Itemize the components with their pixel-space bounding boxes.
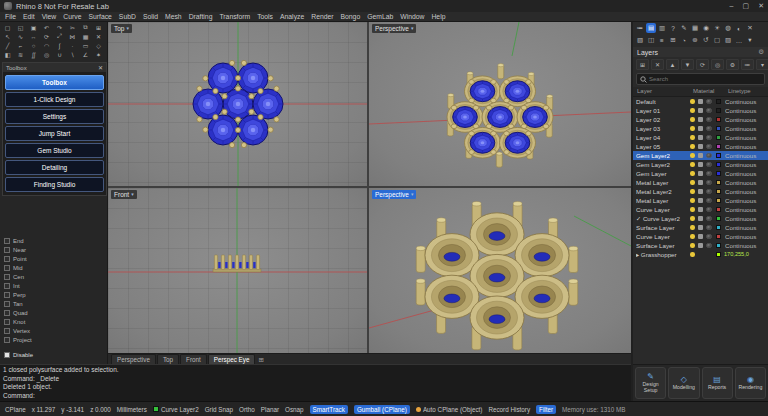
- front-viewport-canvas[interactable]: [108, 188, 367, 353]
- viewport-perspective-active[interactable]: Perspective▾: [369, 188, 631, 353]
- disable-checkbox[interactable]: [4, 352, 10, 358]
- lock-icon[interactable]: [698, 144, 703, 149]
- layer-color-swatch[interactable]: [716, 144, 721, 149]
- explode-icon[interactable]: ✶: [92, 50, 105, 59]
- visibility-bulb-icon[interactable]: [690, 162, 695, 167]
- osnap-disable[interactable]: Disable: [4, 352, 33, 358]
- menu-mesh[interactable]: Mesh: [165, 13, 182, 20]
- layer-search[interactable]: [636, 73, 765, 85]
- checkbox[interactable]: [4, 247, 10, 253]
- layer-color-swatch[interactable]: [716, 126, 721, 131]
- visibility-bulb-icon[interactable]: [690, 234, 695, 239]
- layer-linetype[interactable]: Continuous: [725, 188, 766, 195]
- named-views-icon[interactable]: ▧: [635, 35, 645, 45]
- display-icon[interactable]: ▥: [657, 23, 667, 33]
- layer-row[interactable]: Gem Layer2Continuous: [633, 151, 768, 160]
- layer-row[interactable]: Layer 05Continuous: [633, 142, 768, 151]
- viewport-top[interactable]: Top▾: [108, 22, 367, 186]
- pin-icon[interactable]: ▾: [745, 35, 755, 45]
- lock-icon[interactable]: [698, 225, 703, 230]
- loft-icon[interactable]: ≋: [14, 50, 27, 59]
- web-browser-icon[interactable]: ◔: [679, 35, 689, 45]
- scale-icon[interactable]: ⤢: [53, 32, 66, 41]
- boolean-union-icon[interactable]: ∪: [53, 50, 66, 59]
- toggle-auto-cplane-object[interactable]: Auto CPlane (Object): [416, 406, 483, 413]
- layer-color-swatch[interactable]: [716, 234, 721, 239]
- layer-linetype[interactable]: Continuous: [725, 116, 766, 123]
- osnap-knot[interactable]: Knot: [4, 318, 32, 326]
- fillet-icon[interactable]: ∠: [79, 50, 92, 59]
- layer-list-icon[interactable]: ≔: [741, 59, 754, 70]
- menu-drafting[interactable]: Drafting: [189, 13, 213, 20]
- checkbox[interactable]: [4, 283, 10, 289]
- layer-linetype[interactable]: Continuous: [725, 152, 766, 159]
- visibility-bulb-icon[interactable]: [690, 153, 695, 158]
- layer-row[interactable]: Curve LayerContinuous: [633, 232, 768, 241]
- checkbox[interactable]: [4, 238, 10, 244]
- lock-icon[interactable]: [698, 153, 703, 158]
- material-sphere-icon[interactable]: [706, 225, 712, 231]
- material-sphere-icon[interactable]: [706, 171, 712, 177]
- toolbox-button-detailing[interactable]: Detailing: [5, 160, 104, 175]
- osnap-cen[interactable]: Cen: [4, 273, 32, 281]
- menu-analyze[interactable]: Analyze: [280, 13, 304, 20]
- visibility-bulb-icon[interactable]: [690, 144, 695, 149]
- menu-file[interactable]: File: [5, 13, 16, 20]
- save-icon[interactable]: ▣: [27, 23, 40, 32]
- osnap-int[interactable]: Int: [4, 282, 32, 290]
- toolbox-button-toolbox[interactable]: Toolbox: [5, 75, 104, 90]
- osnap-end[interactable]: End: [4, 237, 32, 245]
- minimize-button[interactable]: –: [730, 2, 734, 10]
- modelling-button[interactable]: ◇Modelling: [668, 367, 699, 399]
- menu-view[interactable]: View: [42, 13, 57, 20]
- osnap-point[interactable]: Point: [4, 255, 32, 263]
- osnap-quad[interactable]: Quad: [4, 309, 32, 317]
- material-sphere-icon[interactable]: [706, 99, 712, 105]
- visibility-bulb-icon[interactable]: [690, 180, 695, 185]
- visibility-bulb-icon[interactable]: [690, 225, 695, 230]
- layer-color-swatch[interactable]: [716, 162, 721, 167]
- layer-linetype[interactable]: Continuous: [725, 233, 766, 240]
- delete-icon[interactable]: ✕: [92, 32, 105, 41]
- layer-search-input[interactable]: [649, 76, 761, 82]
- design-setup-button[interactable]: ✎Design Setup: [635, 367, 666, 399]
- circle-icon[interactable]: ○: [27, 41, 40, 50]
- lock-icon[interactable]: [698, 99, 703, 104]
- macros-icon[interactable]: ≡: [657, 35, 667, 45]
- polyline-icon[interactable]: ⌐: [14, 41, 27, 50]
- curve-icon[interactable]: ∫: [53, 41, 66, 50]
- material-sphere-icon[interactable]: [706, 198, 712, 204]
- visibility-bulb-icon[interactable]: [690, 135, 695, 140]
- layer-row[interactable]: DefaultContinuous: [633, 97, 768, 106]
- viewport-tab-perspec-eye[interactable]: Perspec Eye: [208, 354, 256, 364]
- select-icon[interactable]: ↖: [1, 32, 14, 41]
- viewport-tab-perspective[interactable]: Perspective: [111, 354, 156, 364]
- viewport-tab-front[interactable]: Front: [180, 354, 207, 364]
- refresh-layers-icon[interactable]: ⟳: [696, 59, 709, 70]
- menu-transform[interactable]: Transform: [219, 13, 250, 20]
- layer-color-swatch[interactable]: [716, 117, 721, 122]
- toolbox-button-gem-studio[interactable]: Gem Studio: [5, 143, 104, 158]
- layer-row[interactable]: Surface LayerContinuous: [633, 241, 768, 250]
- units-selector[interactable]: Millimeters: [117, 406, 147, 413]
- layer-color-swatch[interactable]: [716, 180, 721, 185]
- toggle-osnap[interactable]: Osnap: [285, 406, 304, 413]
- material-sphere-icon[interactable]: [706, 243, 712, 249]
- menu-bongo[interactable]: Bongo: [341, 13, 361, 20]
- toggle-planar[interactable]: Planar: [261, 406, 279, 413]
- new-viewport-tab-icon[interactable]: ⊞: [258, 355, 263, 364]
- lock-icon[interactable]: [698, 117, 703, 122]
- revolve-icon[interactable]: ◎: [40, 50, 53, 59]
- toggle-ortho[interactable]: Ortho: [239, 406, 255, 413]
- rotate-icon[interactable]: ⟳: [40, 32, 53, 41]
- libraries-icon[interactable]: ▦: [690, 23, 700, 33]
- menu-gemlab[interactable]: GemLab: [367, 13, 393, 20]
- lock-icon[interactable]: [698, 207, 703, 212]
- redo-icon[interactable]: ↷: [53, 23, 66, 32]
- checkbox[interactable]: [4, 274, 10, 280]
- layer-row[interactable]: Layer 04Continuous: [633, 133, 768, 142]
- lock-icon[interactable]: [698, 162, 703, 167]
- close-panel-icon[interactable]: ✕: [745, 23, 755, 33]
- more-icon[interactable]: …: [734, 35, 744, 45]
- menu-solid[interactable]: Solid: [143, 13, 158, 20]
